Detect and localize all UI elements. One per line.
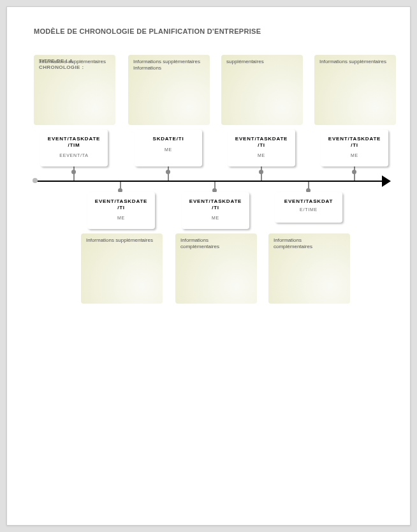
event-sub: ME bbox=[186, 216, 245, 220]
info-box-bottom-3: Informations complémentaires bbox=[268, 233, 350, 304]
event-card-top-3: EVENT/TASKDATE /TI ME bbox=[228, 129, 295, 166]
event-date-line2: /TI bbox=[325, 142, 384, 148]
page-title: MODÈLE DE CHRONOLOGIE DE PLANIFICATION D… bbox=[34, 27, 261, 35]
info-text: Informations supplémentaires bbox=[86, 237, 153, 243]
event-sub: ME bbox=[138, 147, 198, 152]
info-text: supplémentaires bbox=[226, 59, 264, 64]
event-date-line1: EVENT/TASKDATE bbox=[91, 198, 151, 205]
event-date-line1: EVENT/TASKDATE bbox=[231, 136, 291, 142]
info-text: Informations complémentaires bbox=[180, 237, 219, 249]
info-box-top-2: Informations supplémentaires Information… bbox=[128, 55, 210, 125]
event-date-line1: EVENT/TASKDATE bbox=[44, 136, 104, 142]
chronology-subtitle: TITRE DE LA CHRONOLOGIE : bbox=[39, 58, 84, 70]
event-card-bottom-2: EVENT/TASKDATE /TI ME bbox=[182, 192, 249, 229]
event-date-line2: /TI bbox=[231, 142, 291, 148]
info-box-top-3: supplémentaires bbox=[221, 55, 303, 125]
event-date-line2: /TI bbox=[186, 205, 245, 211]
event-date-line2: /TIM bbox=[44, 142, 104, 148]
event-date-line1: EVENT/TASKDATE bbox=[186, 198, 245, 205]
info-text: Informations supplémentaires Information… bbox=[133, 59, 200, 71]
timeline-axis bbox=[34, 181, 387, 182]
event-card-top-1: EVENT/TASKDATE /TIM EEVENT/TA bbox=[40, 129, 108, 166]
info-box-bottom-1: Informations supplémentaires bbox=[81, 233, 163, 304]
connector-dot bbox=[71, 170, 76, 174]
info-box-top-4: Informations supplémentaires bbox=[314, 55, 396, 125]
connector-dot bbox=[259, 170, 263, 174]
event-date-line2: /TI bbox=[91, 205, 151, 211]
event-card-top-4: EVENT/TASKDATE /TI ME bbox=[321, 129, 388, 166]
timeline-start-dot bbox=[33, 178, 38, 183]
event-card-bottom-3: EVENT/TASKDAT E/TIME bbox=[275, 192, 342, 223]
event-sub: EEVENT/TA bbox=[44, 153, 104, 158]
connector-dot bbox=[166, 170, 170, 174]
connector-dot bbox=[352, 170, 356, 174]
event-card-bottom-1: EVENT/TASKDATE /TI ME bbox=[87, 192, 155, 229]
event-card-top-2: SKDATE/TI ME bbox=[135, 129, 202, 166]
event-date-line1: EVENT/TASKDATE bbox=[325, 136, 384, 142]
event-sub: ME bbox=[231, 153, 291, 158]
event-sub: ME bbox=[91, 216, 151, 220]
info-text: Informations supplémentaires bbox=[319, 59, 386, 64]
event-date-line1: SKDATE/TI bbox=[138, 136, 198, 142]
event-sub: ME bbox=[325, 153, 384, 158]
event-date-line1: EVENT/TASKDAT bbox=[279, 198, 339, 205]
event-sub: E/TIME bbox=[279, 207, 339, 212]
info-text: Informations complémentaires bbox=[274, 237, 312, 249]
document-page: MODÈLE DE CHRONOLOGIE DE PLANIFICATION D… bbox=[6, 6, 411, 526]
timeline-arrow-icon bbox=[382, 175, 391, 187]
info-box-bottom-2: Informations complémentaires bbox=[175, 233, 257, 304]
